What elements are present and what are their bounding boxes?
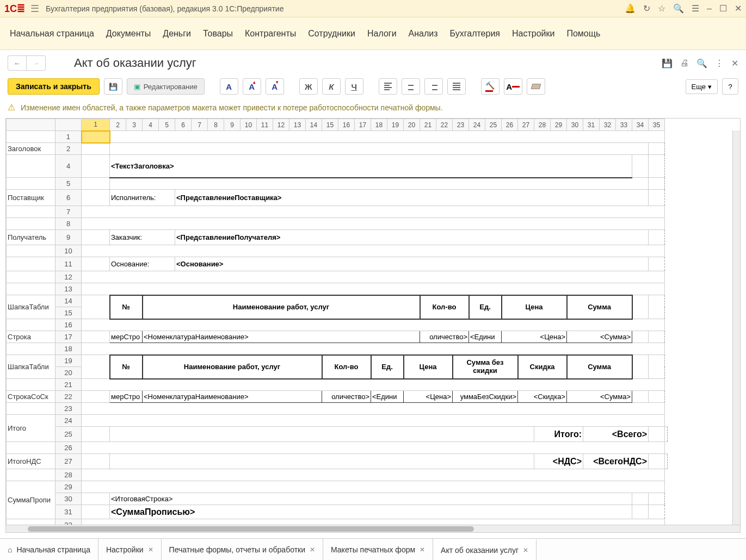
col-header-19[interactable]: 19: [387, 119, 404, 131]
cell-r17-num[interactable]: мерСтро: [110, 331, 143, 343]
bold-button[interactable]: Ж: [299, 78, 318, 95]
rownum-27[interactable]: 27: [56, 454, 82, 469]
cell-total-label[interactable]: Итого:: [534, 427, 583, 442]
rownum-7[interactable]: 7: [56, 206, 82, 218]
col-header-33[interactable]: 33: [616, 119, 632, 131]
fill-color-button[interactable]: 🔨: [481, 78, 500, 95]
col-header-14[interactable]: 14: [306, 119, 322, 131]
menu-item-documents[interactable]: Документы: [106, 29, 151, 39]
italic-button[interactable]: К: [322, 78, 341, 95]
col-header-27[interactable]: 27: [518, 119, 534, 131]
row-11[interactable]: 11 Основание: <Основание>: [7, 257, 668, 271]
rownum-32[interactable]: 32: [56, 519, 82, 525]
cell-h1-qty[interactable]: Кол-во: [420, 295, 469, 319]
row-9[interactable]: Получатель 9 Заказчик: <ПредставлениеПол…: [7, 230, 668, 245]
rownum-2[interactable]: 2: [56, 143, 82, 155]
cell-h1-sum[interactable]: Сумма: [567, 295, 632, 319]
star-icon[interactable]: ☆: [658, 3, 665, 14]
cell-h2-name[interactable]: Наименование работ, услуг: [143, 355, 322, 379]
row-18[interactable]: 18: [7, 343, 668, 355]
row-7[interactable]: 7: [7, 206, 668, 218]
cell-h2-unit[interactable]: Ед.: [371, 355, 404, 379]
align-center-button[interactable]: [402, 78, 420, 95]
col-header-25[interactable]: 25: [485, 119, 502, 131]
col-header-16[interactable]: 16: [338, 119, 355, 131]
tab-home[interactable]: ⌂ Начальная страница: [0, 539, 98, 560]
row-13[interactable]: 13: [7, 283, 668, 295]
col-header-13[interactable]: 13: [289, 119, 306, 131]
menu-item-analysis[interactable]: Анализ: [409, 29, 438, 39]
cell-nds-label[interactable]: <НДС>: [534, 454, 583, 469]
cell-r17-sum[interactable]: <Сумма>: [567, 331, 632, 343]
row-23[interactable]: 23: [7, 403, 668, 415]
cell-r17-unit[interactable]: <Едини: [469, 331, 502, 343]
cell-r22-snd[interactable]: уммаБезСкидки>: [453, 391, 518, 403]
col-header-12[interactable]: 12: [273, 119, 289, 131]
tab-close-icon[interactable]: ✕: [420, 546, 425, 553]
underline-button[interactable]: Ч: [345, 78, 363, 95]
col-header-2[interactable]: 2: [110, 119, 126, 131]
row-8[interactable]: 8: [7, 218, 668, 230]
clear-format-button[interactable]: [527, 78, 545, 95]
rownum-18[interactable]: 18: [56, 343, 82, 355]
row-30[interactable]: 30<ИтоговаяСтрока>: [7, 493, 668, 505]
col-header-4[interactable]: 4: [143, 119, 159, 131]
rownum-9[interactable]: 9: [56, 230, 82, 245]
row-22[interactable]: СтрокаСоСк 22 мерСтро <НоменклатураНаиме…: [7, 391, 668, 403]
rownum-8[interactable]: 8: [56, 218, 82, 230]
rownum-25[interactable]: 25: [56, 427, 82, 442]
row-28[interactable]: 28: [7, 469, 668, 481]
rownum-28[interactable]: 28: [56, 469, 82, 481]
cell-h1-num[interactable]: №: [110, 295, 143, 319]
tab-close-icon[interactable]: ✕: [310, 546, 315, 553]
cell-total-row[interactable]: <ИтоговаяСтрока>: [110, 493, 632, 505]
col-header-30[interactable]: 30: [567, 119, 583, 131]
cell-h1-unit[interactable]: Ед.: [469, 295, 502, 319]
row-10[interactable]: 10: [7, 245, 668, 257]
nav-back-button[interactable]: ←: [8, 56, 27, 70]
help-button[interactable]: ?: [722, 78, 738, 95]
menu-item-help[interactable]: Помощь: [566, 29, 600, 39]
cell-basis-label[interactable]: Основание:: [110, 257, 175, 271]
menu-item-accounting[interactable]: Бухгалтерия: [450, 29, 500, 39]
col-header-35[interactable]: 35: [649, 119, 665, 131]
font-increase-button[interactable]: А▲: [243, 78, 261, 95]
col-header-24[interactable]: 24: [469, 119, 485, 131]
align-right-button[interactable]: [424, 78, 443, 95]
col-header-5[interactable]: 5: [159, 119, 175, 131]
history-icon[interactable]: ↻: [643, 3, 650, 14]
col-header-26[interactable]: 26: [502, 119, 518, 131]
rownum-13[interactable]: 13: [56, 283, 82, 295]
bell-icon[interactable]: 🔔: [625, 3, 636, 14]
horizontal-scrollbar[interactable]: [6, 525, 740, 532]
close-page-icon[interactable]: ✕: [731, 58, 738, 69]
edit-mode-button[interactable]: ▣ Редактирование: [127, 78, 205, 95]
row-31[interactable]: 31<СуммаПрописью>: [7, 505, 668, 519]
row-27[interactable]: ИтогоНДС 27 <НДС> <ВсегоНДС>: [7, 454, 668, 469]
tab-templates[interactable]: Макеты печатных форм ✕: [323, 539, 433, 560]
menu-item-taxes[interactable]: Налоги: [367, 29, 397, 39]
align-left-button[interactable]: [379, 78, 397, 95]
tab-print-forms[interactable]: Печатные формы, отчеты и обработки ✕: [162, 539, 323, 560]
menu-item-home[interactable]: Начальная страница: [10, 29, 94, 39]
rownum-23[interactable]: 23: [56, 403, 82, 415]
col-header-1[interactable]: 1: [82, 119, 110, 131]
cell-basis-value[interactable]: <Основание>: [175, 257, 649, 271]
search-icon[interactable]: 🔍: [673, 3, 684, 14]
cell-total-value[interactable]: <Всего>: [583, 427, 649, 442]
tab-close-icon[interactable]: ✕: [148, 546, 153, 553]
rownum-31[interactable]: 31: [56, 505, 82, 519]
close-icon[interactable]: ✕: [735, 3, 742, 14]
col-header-31[interactable]: 31: [583, 119, 600, 131]
rownum-12[interactable]: 12: [56, 271, 82, 283]
sheet-table[interactable]: 1 2 3 4 5 6 7 8 9 10 11 12 13 14 15 16 1…: [6, 119, 668, 525]
col-header-15[interactable]: 15: [322, 119, 338, 131]
rownum-1[interactable]: 1: [56, 131, 82, 143]
col-header-18[interactable]: 18: [371, 119, 387, 131]
col-header-20[interactable]: 20: [404, 119, 420, 131]
rownum-4[interactable]: 4: [56, 155, 82, 178]
cell-h2-sumnodisc[interactable]: Сумма без скидки: [453, 355, 518, 379]
write-close-button[interactable]: Записать и закрыть: [8, 78, 100, 95]
cell-r17-name[interactable]: <НоменклатураНаименование>: [143, 331, 420, 343]
cell-title-text[interactable]: <ТекстЗаголовка>: [110, 155, 632, 178]
